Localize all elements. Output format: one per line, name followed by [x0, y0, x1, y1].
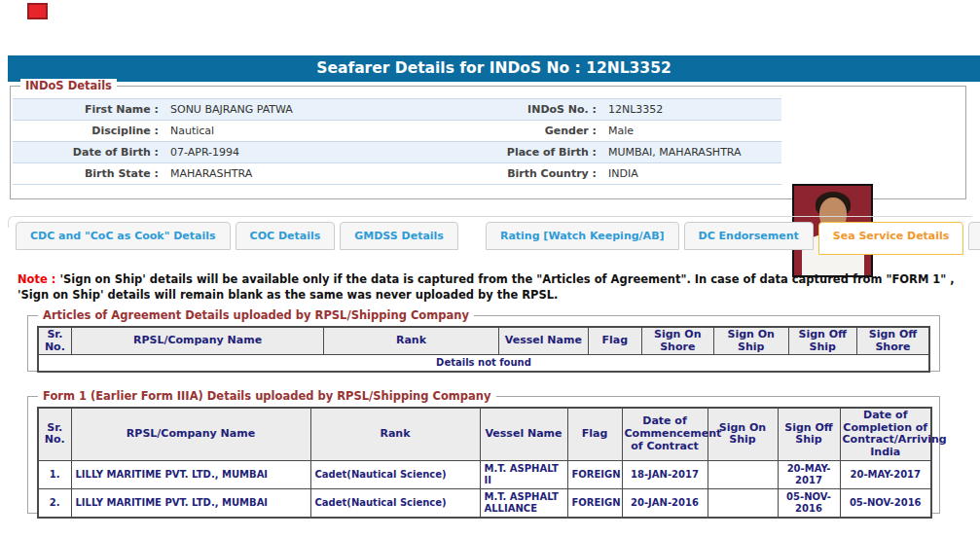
table-cell: 20-JAN-2016: [622, 488, 708, 518]
details-not-found-message: Details not found: [38, 355, 929, 373]
header-cell: Sign On Shore: [641, 327, 713, 355]
red-highlight-box: [27, 3, 48, 19]
form1-section: Form 1 (Earlier Form IIIA) Details uploa…: [27, 396, 940, 514]
table-cell: Cadet(Nautical Science): [310, 460, 480, 488]
field-label: Place of Birth :: [480, 142, 604, 162]
tab-bar: CDC and "CoC as Cook" Details COC Detail…: [16, 222, 980, 255]
field-value: INDIA: [604, 163, 772, 184]
header-cell: Date of Commencement of Contract: [622, 408, 708, 460]
header-cell: Rank: [324, 327, 498, 355]
field-label: First Name :: [13, 99, 166, 120]
header-cell: Vessel Name: [480, 408, 567, 460]
table-cell: [708, 460, 778, 488]
tab-dc-endorsement[interactable]: DC Endorsement: [684, 222, 814, 250]
articles-table: Sr. No. RPSL/Company Name Rank Vessel Na…: [37, 326, 930, 373]
header-cell: RPSL/Company Name: [71, 327, 324, 355]
indos-details-section: INDoS Details First Name : SONU BAJRANG …: [10, 86, 966, 199]
header-cell: Sign Off Ship: [788, 327, 856, 355]
indos-row: Date of Birth : 07-APR-1994 Place of Bir…: [13, 142, 781, 163]
tab-cdc-coc-cook-details[interactable]: CDC and "CoC as Cook" Details: [16, 222, 231, 250]
header-cell: Flag: [567, 408, 622, 460]
header-cell: Sign On Ship: [714, 327, 789, 355]
page-title-bar: Seafarer Details for INDoS No : 12NL3352: [8, 55, 980, 82]
header-cell: Sr. No.: [38, 408, 71, 460]
field-value: 12NL3352: [604, 99, 772, 120]
articles-header-row: Sr. No. RPSL/Company Name Rank Vessel Na…: [38, 327, 929, 355]
tab-coc-details[interactable]: COC Details: [236, 222, 336, 250]
articles-of-agreement-section: Articles of Agreement Details uploaded b…: [27, 315, 940, 372]
field-label: Birth State :: [13, 163, 166, 184]
tab-rating-watch-keeping-ab[interactable]: Rating [Watch Keeping/AB]: [486, 222, 679, 250]
indos-details-grid: First Name : SONU BAJRANG PATWA INDoS No…: [13, 98, 781, 185]
header-cell: Flag: [589, 327, 641, 355]
field-label: Discipline :: [13, 121, 166, 141]
form1-legend: Form 1 (Earlier Form IIIA) Details uploa…: [38, 389, 496, 403]
header-cell: Date of Completion of Contract/Arriving …: [840, 408, 931, 460]
form1-data-row: 1. LILLY MARITIME PVT. LTD., MUMBAI Cade…: [38, 460, 931, 488]
header-cell: Vessel Name: [498, 327, 589, 355]
table-cell: 1.: [38, 460, 71, 488]
form1-table: Sr. No. RPSL/Company Name Rank Vessel Na…: [37, 407, 932, 519]
header-cell: Rank: [310, 408, 480, 460]
indos-row: Birth State : MAHARASHTRA Birth Country …: [13, 163, 781, 185]
tab-sea-service-details[interactable]: Sea Service Details: [818, 222, 964, 255]
table-cell: M.T. ASPHALT ALLIANCE: [480, 488, 567, 518]
field-label: INDoS No. :: [480, 99, 604, 120]
table-cell: 05-NOV-2016: [778, 488, 840, 518]
table-cell: LILLY MARITIME PVT. LTD., MUMBAI: [71, 488, 310, 518]
table-cell: 20-MAY-2017: [778, 460, 840, 488]
indos-row: First Name : SONU BAJRANG PATWA INDoS No…: [13, 99, 781, 121]
form1-data-row: 2. LILLY MARITIME PVT. LTD., MUMBAI Cade…: [38, 488, 931, 518]
header-cell: Sign Off Ship: [778, 408, 840, 460]
articles-legend: Articles of Agreement Details uploaded b…: [38, 308, 474, 322]
field-value: SONU BAJRANG PATWA: [166, 99, 480, 120]
table-cell: 2.: [38, 488, 71, 518]
tab-gmdss-details[interactable]: GMDSS Details: [340, 222, 458, 250]
table-cell: FOREIGN: [567, 488, 622, 518]
note-prefix: Note :: [18, 272, 55, 286]
field-label: Birth Country :: [480, 163, 604, 184]
seafarer-details-page: Seafarer Details for INDoS No : 12NL3352…: [0, 0, 980, 538]
page-title: Seafarer Details for INDoS No : 12NL3352: [316, 59, 671, 77]
field-label: Gender :: [480, 121, 604, 141]
table-cell: M.T. ASPHALT II: [480, 460, 567, 488]
table-cell: Cadet(Nautical Science): [310, 488, 480, 518]
table-cell: [708, 488, 778, 518]
table-cell: 18-JAN-2017: [622, 460, 708, 488]
field-value: Nautical: [166, 121, 480, 141]
table-cell: 20-MAY-2017: [840, 460, 931, 488]
note-text: Note : 'Sign on Ship' details will be av…: [18, 271, 961, 303]
indos-row: Discipline : Nautical Gender : Male: [13, 121, 781, 142]
field-label: Date of Birth :: [13, 142, 166, 162]
tab-training-details[interactable]: Training Details: [968, 222, 980, 250]
header-cell: Sign Off Shore: [856, 327, 929, 355]
field-value: Male: [604, 121, 772, 141]
form1-header-row: Sr. No. RPSL/Company Name Rank Vessel Na…: [38, 408, 931, 460]
header-cell: RPSL/Company Name: [71, 408, 310, 460]
field-value: MAHARASHTRA: [166, 163, 480, 184]
indos-details-legend: INDoS Details: [20, 79, 117, 92]
table-cell: 05-NOV-2016: [840, 488, 931, 518]
field-value: 07-APR-1994: [166, 142, 480, 162]
field-value: MUMBAI, MAHARASHTRA: [604, 142, 772, 162]
table-cell: FOREIGN: [567, 460, 622, 488]
table-cell: LILLY MARITIME PVT. LTD., MUMBAI: [71, 460, 310, 488]
articles-empty-row: Details not found: [38, 355, 929, 373]
note-body: 'Sign on Ship' details will be available…: [18, 272, 955, 302]
header-cell: Sr. No.: [38, 327, 71, 355]
